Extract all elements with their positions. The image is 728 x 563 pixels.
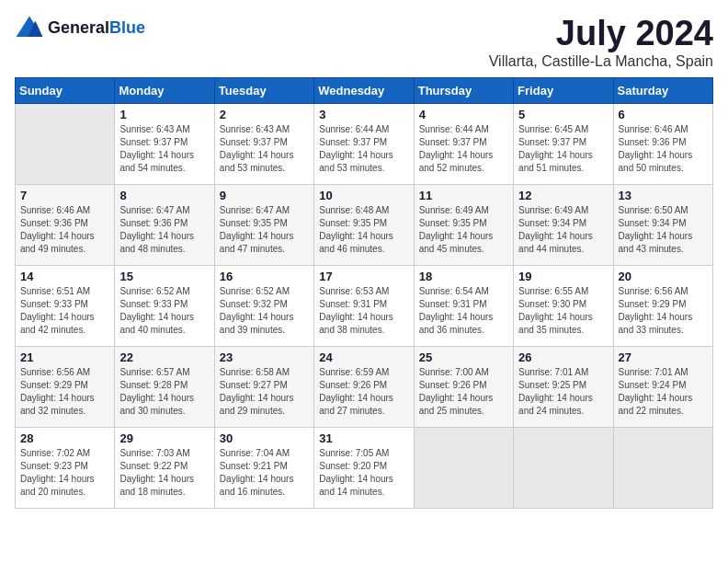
day-info: Sunrise: 6:56 AMSunset: 9:29 PMDaylight:… xyxy=(619,285,708,337)
day-number: 31 xyxy=(319,431,408,445)
calendar-cell: 18Sunrise: 6:54 AMSunset: 9:31 PMDayligh… xyxy=(414,265,513,346)
day-number: 23 xyxy=(220,350,309,364)
calendar-cell: 27Sunrise: 7:01 AMSunset: 9:24 PMDayligh… xyxy=(613,346,712,427)
day-info: Sunrise: 6:48 AMSunset: 9:35 PMDaylight:… xyxy=(319,204,408,256)
calendar-cell: 13Sunrise: 6:50 AMSunset: 9:34 PMDayligh… xyxy=(613,184,712,265)
day-info: Sunrise: 7:00 AMSunset: 9:26 PMDaylight:… xyxy=(419,366,508,418)
calendar-cell: 25Sunrise: 7:00 AMSunset: 9:26 PMDayligh… xyxy=(414,346,513,427)
day-info: Sunrise: 6:43 AMSunset: 9:37 PMDaylight:… xyxy=(220,123,309,175)
header-day: Thursday xyxy=(414,77,513,103)
calendar-cell: 2Sunrise: 6:43 AMSunset: 9:37 PMDaylight… xyxy=(214,103,313,184)
calendar-row: 21Sunrise: 6:56 AMSunset: 9:29 PMDayligh… xyxy=(16,346,713,427)
day-info: Sunrise: 6:43 AMSunset: 9:37 PMDaylight:… xyxy=(119,123,209,175)
day-number: 8 xyxy=(119,189,209,202)
day-info: Sunrise: 6:52 AMSunset: 9:33 PMDaylight:… xyxy=(119,285,209,337)
calendar-cell: 3Sunrise: 6:44 AMSunset: 9:37 PMDaylight… xyxy=(314,103,414,184)
day-number: 29 xyxy=(119,431,209,445)
calendar-row: 7Sunrise: 6:46 AMSunset: 9:36 PMDaylight… xyxy=(16,184,713,265)
day-number: 5 xyxy=(518,108,608,121)
logo-general: GeneralBlue xyxy=(48,18,145,38)
calendar-cell: 31Sunrise: 7:05 AMSunset: 9:20 PMDayligh… xyxy=(314,427,414,508)
day-number: 26 xyxy=(518,350,608,364)
day-info: Sunrise: 7:05 AMSunset: 9:20 PMDaylight:… xyxy=(319,447,408,499)
calendar-row: 14Sunrise: 6:51 AMSunset: 9:33 PMDayligh… xyxy=(16,265,713,346)
calendar-cell: 8Sunrise: 6:47 AMSunset: 9:36 PMDaylight… xyxy=(115,184,214,265)
day-info: Sunrise: 6:57 AMSunset: 9:28 PMDaylight:… xyxy=(119,366,209,418)
day-info: Sunrise: 6:56 AMSunset: 9:29 PMDaylight:… xyxy=(20,366,109,418)
header-day: Tuesday xyxy=(214,77,313,103)
day-number: 24 xyxy=(319,350,408,364)
location-title: Villarta, Castille-La Mancha, Spain xyxy=(489,53,713,70)
logo: GeneralBlue xyxy=(15,15,145,40)
day-info: Sunrise: 6:47 AMSunset: 9:36 PMDaylight:… xyxy=(119,204,209,256)
day-info: Sunrise: 6:55 AMSunset: 9:30 PMDaylight:… xyxy=(518,285,608,337)
calendar-table: SundayMondayTuesdayWednesdayThursdayFrid… xyxy=(15,77,713,509)
day-number: 12 xyxy=(518,189,608,202)
calendar-row: 28Sunrise: 7:02 AMSunset: 9:23 PMDayligh… xyxy=(16,427,713,508)
calendar-cell: 11Sunrise: 6:49 AMSunset: 9:35 PMDayligh… xyxy=(414,184,513,265)
day-number: 17 xyxy=(319,270,408,283)
calendar-cell: 20Sunrise: 6:56 AMSunset: 9:29 PMDayligh… xyxy=(613,265,712,346)
day-number: 22 xyxy=(119,350,209,364)
day-number: 15 xyxy=(119,270,209,283)
day-info: Sunrise: 7:01 AMSunset: 9:24 PMDaylight:… xyxy=(619,366,708,418)
calendar-cell: 19Sunrise: 6:55 AMSunset: 9:30 PMDayligh… xyxy=(514,265,613,346)
day-number: 10 xyxy=(319,189,408,202)
day-info: Sunrise: 6:46 AMSunset: 9:36 PMDaylight:… xyxy=(20,204,109,256)
calendar-row: 1Sunrise: 6:43 AMSunset: 9:37 PMDaylight… xyxy=(16,103,713,184)
calendar-cell: 14Sunrise: 6:51 AMSunset: 9:33 PMDayligh… xyxy=(16,265,115,346)
day-info: Sunrise: 6:49 AMSunset: 9:35 PMDaylight:… xyxy=(419,204,508,256)
day-info: Sunrise: 6:54 AMSunset: 9:31 PMDaylight:… xyxy=(419,285,508,337)
calendar-cell: 28Sunrise: 7:02 AMSunset: 9:23 PMDayligh… xyxy=(16,427,115,508)
logo-icon xyxy=(15,15,44,40)
day-number: 2 xyxy=(220,108,309,121)
month-title: July 2024 xyxy=(489,15,713,53)
calendar-cell: 10Sunrise: 6:48 AMSunset: 9:35 PMDayligh… xyxy=(314,184,414,265)
day-number: 18 xyxy=(419,270,508,283)
day-info: Sunrise: 6:52 AMSunset: 9:32 PMDaylight:… xyxy=(220,285,309,337)
page-header: GeneralBlue July 2024 Villarta, Castille… xyxy=(15,15,713,70)
day-info: Sunrise: 6:59 AMSunset: 9:26 PMDaylight:… xyxy=(319,366,408,418)
calendar-cell: 26Sunrise: 7:01 AMSunset: 9:25 PMDayligh… xyxy=(514,346,613,427)
day-number: 21 xyxy=(20,350,109,364)
day-info: Sunrise: 6:47 AMSunset: 9:35 PMDaylight:… xyxy=(220,204,309,256)
title-area: July 2024 Villarta, Castille-La Mancha, … xyxy=(489,15,713,70)
day-info: Sunrise: 6:44 AMSunset: 9:37 PMDaylight:… xyxy=(319,123,408,175)
calendar-cell xyxy=(613,427,712,508)
calendar-cell: 24Sunrise: 6:59 AMSunset: 9:26 PMDayligh… xyxy=(314,346,414,427)
day-info: Sunrise: 6:50 AMSunset: 9:34 PMDaylight:… xyxy=(619,204,708,256)
calendar-cell xyxy=(414,427,513,508)
calendar-cell: 5Sunrise: 6:45 AMSunset: 9:37 PMDaylight… xyxy=(514,103,613,184)
header-day: Saturday xyxy=(613,77,712,103)
calendar-cell xyxy=(514,427,613,508)
calendar-cell: 16Sunrise: 6:52 AMSunset: 9:32 PMDayligh… xyxy=(214,265,313,346)
day-number: 4 xyxy=(419,108,508,121)
day-number: 28 xyxy=(20,431,109,445)
day-info: Sunrise: 6:51 AMSunset: 9:33 PMDaylight:… xyxy=(20,285,109,337)
day-number: 19 xyxy=(518,270,608,283)
calendar-cell: 21Sunrise: 6:56 AMSunset: 9:29 PMDayligh… xyxy=(16,346,115,427)
calendar-cell: 23Sunrise: 6:58 AMSunset: 9:27 PMDayligh… xyxy=(214,346,313,427)
day-number: 7 xyxy=(20,189,109,202)
day-info: Sunrise: 6:53 AMSunset: 9:31 PMDaylight:… xyxy=(319,285,408,337)
day-info: Sunrise: 6:45 AMSunset: 9:37 PMDaylight:… xyxy=(518,123,608,175)
day-info: Sunrise: 6:49 AMSunset: 9:34 PMDaylight:… xyxy=(518,204,608,256)
calendar-cell: 9Sunrise: 6:47 AMSunset: 9:35 PMDaylight… xyxy=(214,184,313,265)
header-day: Friday xyxy=(514,77,613,103)
day-number: 20 xyxy=(619,270,708,283)
calendar-cell xyxy=(16,103,115,184)
day-number: 11 xyxy=(419,189,508,202)
header-day: Wednesday xyxy=(314,77,414,103)
day-number: 25 xyxy=(419,350,508,364)
day-number: 3 xyxy=(319,108,408,121)
calendar-cell: 6Sunrise: 6:46 AMSunset: 9:36 PMDaylight… xyxy=(613,103,712,184)
day-number: 14 xyxy=(20,270,109,283)
day-number: 16 xyxy=(220,270,309,283)
day-number: 1 xyxy=(119,108,209,121)
header-day: Sunday xyxy=(16,77,115,103)
day-number: 6 xyxy=(619,108,708,121)
calendar-cell: 29Sunrise: 7:03 AMSunset: 9:22 PMDayligh… xyxy=(115,427,214,508)
calendar-cell: 17Sunrise: 6:53 AMSunset: 9:31 PMDayligh… xyxy=(314,265,414,346)
calendar-cell: 4Sunrise: 6:44 AMSunset: 9:37 PMDaylight… xyxy=(414,103,513,184)
day-number: 13 xyxy=(619,189,708,202)
